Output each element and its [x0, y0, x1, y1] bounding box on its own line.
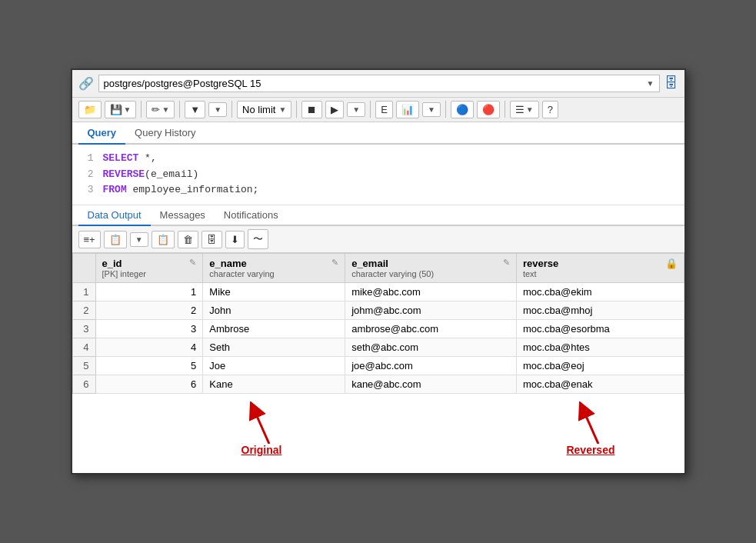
tab-data-output[interactable]: Data Output	[78, 205, 151, 226]
toolbar-separator-1	[141, 101, 142, 118]
row-number-header	[72, 254, 95, 283]
open-file-button[interactable]: 📁	[78, 101, 102, 118]
run-caret-icon: ▼	[352, 105, 360, 114]
cell-e_email-3[interactable]: ambrose@abc.com	[345, 320, 517, 338]
main-toolbar: 📁 💾 ▼ ✏ ▼ ▼ ▼ No limit ▼ ⏹ ▶ ▼ E 📊 ▼ 🔵 🔴…	[72, 98, 684, 122]
cell-reverse-5: moc.cba@eoj	[516, 357, 684, 375]
chart-button[interactable]: 📊	[396, 101, 419, 118]
paste-button[interactable]: 📋	[152, 231, 175, 248]
cell-reverse-2: moc.cba@mhoj	[516, 301, 684, 320]
edit-col-e_email-icon[interactable]: ✎	[503, 258, 510, 268]
line-number-1: 1	[82, 151, 94, 167]
cell-e_name-4[interactable]: Seth	[203, 338, 345, 357]
col-name-e_name: e_name	[209, 258, 274, 269]
filter-button[interactable]: ▼	[185, 101, 205, 118]
connection-bar: 🔗 postgres/postgres@PostgreSQL 15 ▼ 🗄	[72, 70, 684, 98]
stop-button[interactable]: ⏹	[301, 101, 322, 118]
limit-caret-icon: ▼	[278, 105, 286, 114]
query-tabs: Query Query History	[72, 122, 684, 145]
graph-button[interactable]: 〜	[248, 229, 268, 249]
table-row: 33Ambroseambrose@abc.commoc.cba@esorbma	[72, 320, 684, 338]
chart-dropdown-button[interactable]: ▼	[422, 102, 441, 117]
results-table-wrap: e_id [PK] integer ✎ e_name character var…	[72, 253, 684, 394]
col-type-reverse: text	[523, 269, 558, 278]
limit-dropdown[interactable]: No limit ▼	[237, 101, 291, 118]
macros-caret-icon: ▼	[526, 105, 534, 114]
col-header-reverse: reverse text 🔒	[516, 254, 684, 283]
table-row: 11Mikemike@abc.commoc.cba@ekim	[72, 283, 684, 301]
cell-e_id-1[interactable]: 1	[95, 283, 203, 301]
chart-caret-icon: ▼	[428, 105, 435, 114]
table-header-row: e_id [PK] integer ✎ e_name character var…	[72, 254, 684, 283]
sql-content-1: SELECT *,	[103, 151, 157, 167]
cell-e_email-5[interactable]: joe@abc.com	[345, 357, 517, 375]
sql-editor[interactable]: 1 SELECT *, 2 REVERSE(e_email) 3 FROM em…	[72, 145, 684, 205]
output-tabs: Data Output Messages Notifications	[72, 205, 684, 226]
cell-e_id-5[interactable]: 5	[95, 357, 203, 375]
macros-button[interactable]: ☰ ▼	[510, 101, 539, 118]
table-body: 11Mikemike@abc.commoc.cba@ekim22Johnjohm…	[72, 283, 684, 394]
cell-e_id-6[interactable]: 6	[95, 375, 203, 394]
cell-e_name-1[interactable]: Mike	[203, 283, 345, 301]
edit-button[interactable]: ✏ ▼	[146, 101, 175, 118]
run-dropdown-button[interactable]: ▼	[347, 102, 365, 117]
cell-e_email-2[interactable]: johm@abc.com	[345, 301, 517, 320]
tab-notifications[interactable]: Notifications	[215, 205, 288, 226]
cell-e_name-6[interactable]: Kane	[203, 375, 345, 394]
sql-line-3: 3 FROM employee_information;	[82, 182, 675, 198]
filter-caret-icon: ▼	[214, 105, 221, 114]
chevron-down-icon: ▼	[647, 79, 654, 88]
main-window: 🔗 postgres/postgres@PostgreSQL 15 ▼ 🗄 📁 …	[71, 68, 686, 475]
connection-selector[interactable]: postgres/postgres@PostgreSQL 15 ▼	[98, 75, 660, 92]
cell-e_name-5[interactable]: Joe	[203, 357, 345, 375]
cell-e_id-2[interactable]: 2	[95, 301, 203, 320]
filter-dropdown-button[interactable]: ▼	[208, 102, 227, 117]
original-label: Original	[241, 444, 282, 456]
cell-e_name-2[interactable]: John	[203, 301, 345, 320]
row-num-5: 5	[72, 357, 95, 375]
cell-e_name-3[interactable]: Ambrose	[203, 320, 345, 338]
row-num-3: 3	[72, 320, 95, 338]
col-name-reverse: reverse	[523, 258, 558, 269]
download-button[interactable]: ⬇	[225, 231, 245, 248]
svg-line-1	[254, 409, 269, 444]
col-name-e_email: e_email	[351, 258, 434, 269]
save-caret-icon: ▼	[124, 105, 132, 114]
save-button[interactable]: 💾 ▼	[105, 101, 137, 118]
edit-caret-icon: ▼	[162, 105, 169, 114]
copy-dropdown-button[interactable]: ▼	[130, 232, 148, 247]
cell-e_email-1[interactable]: mike@abc.com	[345, 283, 517, 301]
delete-row-button[interactable]: 🗑	[178, 231, 198, 248]
rollback-button[interactable]: 🔴	[477, 101, 500, 118]
row-num-2: 2	[72, 301, 95, 320]
run-button[interactable]: ▶	[325, 101, 344, 118]
col-name-e_id: e_id	[102, 258, 146, 269]
col-header-e_email: e_email character varying (50) ✎	[345, 254, 517, 283]
cell-e_email-6[interactable]: kane@abc.com	[345, 375, 517, 394]
link-icon: 🔗	[78, 76, 94, 91]
svg-line-3	[583, 409, 598, 444]
tab-messages[interactable]: Messages	[151, 205, 215, 226]
toolbar-separator-6	[445, 101, 446, 118]
tab-query-history[interactable]: Query History	[125, 122, 205, 145]
toolbar-separator-4	[296, 101, 297, 118]
explain-button[interactable]: E	[375, 101, 393, 118]
commit-button[interactable]: 🔵	[451, 101, 474, 118]
col-header-e_name: e_name character varying ✎	[203, 254, 345, 283]
original-annotation: Original	[241, 401, 282, 456]
edit-col-e_name-icon[interactable]: ✎	[331, 258, 338, 268]
cell-e_id-3[interactable]: 3	[95, 320, 203, 338]
col-type-e_id: [PK] integer	[102, 269, 146, 278]
sql-line-1: 1 SELECT *,	[82, 151, 675, 167]
cell-e_id-4[interactable]: 4	[95, 338, 203, 357]
copy-button[interactable]: 📋	[104, 231, 127, 248]
connection-label: postgres/postgres@PostgreSQL 15	[104, 78, 261, 89]
edit-col-e_id-icon[interactable]: ✎	[189, 258, 196, 268]
cell-e_email-4[interactable]: seth@abc.com	[345, 338, 517, 357]
reversed-label: Reversed	[566, 444, 614, 456]
add-row-button[interactable]: ≡+	[78, 231, 101, 248]
save-data-button[interactable]: 🗄	[201, 231, 222, 248]
help-button[interactable]: ?	[542, 101, 558, 118]
tab-query[interactable]: Query	[78, 122, 126, 145]
sql-line-2: 2 REVERSE(e_email)	[82, 167, 675, 183]
